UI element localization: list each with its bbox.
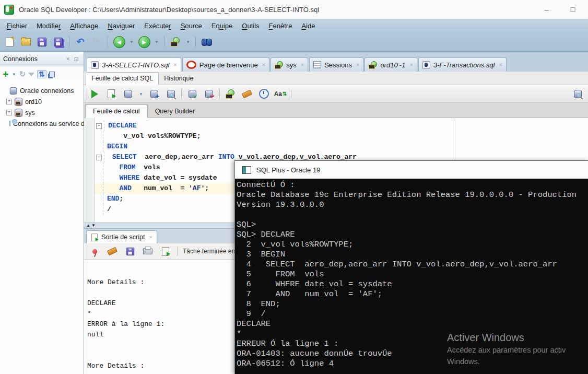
rollback-button[interactable]: ↩: [203, 88, 215, 100]
minimize-button[interactable]: –: [540, 5, 554, 14]
select-connection-button[interactable]: 🔍: [571, 88, 584, 100]
menu-aide[interactable]: Aide: [297, 20, 320, 31]
connections-tree: Oracle connexions+ord10+sysConnexions au…: [0, 82, 84, 129]
script-output-icon: [91, 233, 98, 241]
clear-button[interactable]: [241, 88, 253, 100]
explain-plan-dropdown[interactable]: ▾: [138, 91, 144, 97]
expand-icon[interactable]: +: [6, 110, 12, 115]
tab-page-de-bienvenue[interactable]: Page de bienvenue×: [182, 57, 269, 72]
splitter-up-icon[interactable]: ▲: [86, 224, 90, 228]
fold-collapse-icon[interactable]: −: [96, 123, 102, 129]
save-button[interactable]: [36, 36, 48, 48]
menu-source[interactable]: Source: [176, 20, 207, 31]
add-connection-dropdown[interactable]: ▾: [11, 72, 17, 77]
close-panel-icon[interactable]: ×: [64, 55, 72, 63]
maximize-button[interactable]: □: [566, 5, 580, 14]
sort-icon[interactable]: ⇅: [37, 70, 46, 78]
close-icon[interactable]: ×: [409, 62, 413, 68]
menu-naviguer[interactable]: Naviguer: [103, 20, 139, 31]
tab-ord10-1[interactable]: ord10~1×: [364, 57, 417, 72]
sqlplus-titlebar[interactable]: SQL Plus - Oracle 19: [235, 161, 588, 179]
unshared-worksheet-button[interactable]: [224, 88, 237, 100]
clear-output-button[interactable]: [106, 245, 119, 258]
close-icon[interactable]: ×: [173, 62, 177, 68]
query-preview-button[interactable]: 🔍: [164, 88, 177, 100]
forward-dropdown[interactable]: ▾: [154, 39, 159, 44]
tree-item-ord10[interactable]: +ord10: [0, 96, 84, 107]
rollback-icon: ↩: [205, 90, 213, 98]
print-output-button[interactable]: [142, 245, 154, 258]
run-statement-button[interactable]: [88, 88, 101, 100]
code-text: AND num_vol = 'AF';: [103, 183, 209, 194]
subtab-historique[interactable]: Historique: [159, 73, 198, 85]
menu-equipe[interactable]: Equipe: [207, 20, 238, 31]
close-icon[interactable]: ×: [356, 62, 359, 68]
tree-label: sys: [25, 109, 35, 116]
open-connection-button[interactable]: [169, 36, 182, 48]
explain-plan-button[interactable]: [122, 88, 134, 100]
connections-panel: Connexions × ⊡ + ▾ ↻ ⇅ Oracle connexions…: [0, 52, 84, 374]
splitter-down-icon[interactable]: ▼: [91, 224, 96, 228]
close-icon[interactable]: ×: [149, 234, 152, 240]
save-all-button[interactable]: [52, 36, 64, 48]
db-search-icon: 🔍: [167, 90, 175, 98]
connections-header: Connexions × ⊡: [0, 52, 84, 66]
code-text: WHERE date_vol = sysdate: [103, 173, 217, 183]
cloud-icon: [9, 121, 10, 126]
find-button[interactable]: [201, 36, 213, 48]
sheettab-query-builder[interactable]: Query Builder: [148, 105, 202, 118]
pin-button[interactable]: [88, 245, 101, 258]
toolbar-separator: [195, 37, 196, 47]
change-case-button[interactable]: Aa: [274, 88, 287, 100]
menu-fen-tre[interactable]: Fenêtre: [264, 20, 297, 31]
commit-button[interactable]: ✓: [186, 88, 198, 100]
fold-collapse-icon[interactable]: −: [96, 155, 102, 160]
sql-history-button[interactable]: [257, 88, 270, 100]
close-icon[interactable]: ×: [262, 62, 265, 68]
save-output-button[interactable]: [124, 245, 136, 258]
collapse-panel-icon[interactable]: ⊡: [72, 56, 80, 63]
filter-icon[interactable]: [28, 73, 34, 76]
menu-modifier[interactable]: Modifier: [32, 20, 65, 31]
close-icon[interactable]: ×: [499, 62, 502, 68]
menu-outils[interactable]: Outils: [237, 20, 264, 31]
code-line[interactable]: −DECLARE: [95, 121, 588, 131]
binoculars-icon: [202, 39, 212, 45]
connection-dropdown[interactable]: ▾: [185, 39, 191, 44]
terminal-text: ConnectÚ Ó : Oracle Database 19c Enterpr…: [235, 179, 588, 369]
menu-affichage[interactable]: Affichage: [65, 20, 103, 31]
open-file-button[interactable]: [19, 36, 32, 48]
main-toolbar: ↶ ↷ ◀ ▾ ▶ ▾ ▾: [0, 33, 588, 52]
sheettab-feuille-de-calcul[interactable]: Feuille de calcul: [85, 104, 148, 118]
code-line[interactable]: v_vol vols%ROWTYPE;: [95, 131, 588, 142]
menu-ex-cuter[interactable]: Exécuter: [139, 20, 175, 31]
undo-button[interactable]: ↶: [74, 36, 87, 48]
rerun-script-button[interactable]: [159, 245, 172, 258]
tab-3-f-transactions-sql[interactable]: 3-F-Transactions.sql×: [418, 57, 507, 72]
tab-sessions[interactable]: Sessions×: [309, 57, 363, 72]
save-icon: [126, 247, 134, 255]
tree-item-oracle-connexions[interactable]: Oracle connexions: [0, 85, 84, 96]
tab-sys[interactable]: sys×: [271, 57, 308, 72]
db-magnifier-icon: 🔍: [574, 90, 582, 98]
add-connection-button[interactable]: +: [3, 69, 9, 79]
code-line[interactable]: BEGIN: [95, 142, 588, 152]
copy-connection-icon[interactable]: [49, 72, 55, 77]
subtab-feuille-de-calcul-sql[interactable]: Feuille de calcul SQL: [86, 72, 159, 85]
tab-3-a-select-into-sql[interactable]: 3-A-SELECT-INTO.sql×: [87, 57, 181, 72]
sqlplus-terminal[interactable]: ConnectÚ Ó : Oracle Database 19c Enterpr…: [235, 179, 588, 374]
new-file-button[interactable]: [3, 36, 16, 48]
run-script-button[interactable]: [105, 88, 117, 100]
expand-icon[interactable]: +: [6, 99, 12, 104]
redo-button[interactable]: ↷: [90, 36, 103, 48]
menu-fichier[interactable]: Fichier: [2, 20, 32, 31]
refresh-icon[interactable]: ↻: [19, 69, 26, 79]
close-icon[interactable]: ×: [301, 62, 304, 68]
back-dropdown[interactable]: ▾: [129, 39, 134, 44]
tree-item-sys[interactable]: +sys: [0, 107, 84, 118]
autotrace-button[interactable]: ✦: [148, 88, 160, 100]
tree-item-connexions-au-service-de[interactable]: Connexions au service de: [0, 118, 84, 129]
forward-button[interactable]: ▶: [138, 36, 150, 48]
back-button[interactable]: ◀: [113, 36, 125, 48]
script-output-tab[interactable]: Sortie de script ×: [86, 230, 157, 243]
